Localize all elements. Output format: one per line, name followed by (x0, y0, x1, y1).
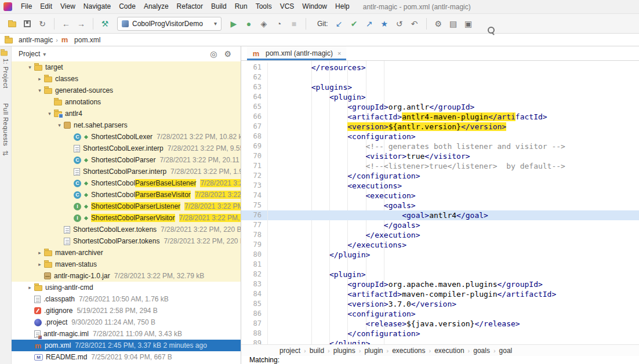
tree-row[interactable]: mpom.xml7/28/2021 2:45 PM, 3.37 kB 2 min… (12, 340, 241, 351)
open-project-icon[interactable] (5, 17, 20, 31)
chevron-down-icon[interactable]: ▾ (26, 64, 34, 70)
back-icon[interactable]: ← (59, 17, 74, 31)
menu-vcs[interactable]: VCS (276, 0, 299, 13)
tree-row[interactable]: ▸maven-archiver (12, 247, 241, 259)
build-project-icon[interactable]: ⚒ (97, 17, 112, 31)
menu-tools[interactable]: Tools (252, 0, 276, 13)
chevron-right-icon[interactable]: ▸ (26, 285, 34, 290)
code-line[interactable]: 83 <groupId>org.apache.maven.plugins</gr… (241, 279, 639, 289)
tree-row[interactable]: CShortestCobolLexer7/28/2021 3:22 PM, 10… (12, 131, 241, 143)
code-line[interactable]: 73 <executions> (241, 181, 639, 191)
code-line[interactable]: 81 (241, 260, 639, 270)
menu-refactor[interactable]: Refactor (173, 0, 207, 13)
close-icon[interactable]: × (337, 50, 341, 57)
chevron-down-icon[interactable]: ▾ (55, 122, 64, 128)
code-line[interactable]: 86 <configuration> (241, 309, 639, 319)
settings-gear-icon[interactable]: ⚙ (224, 49, 231, 59)
tree-row[interactable]: annotations (12, 96, 241, 108)
code-line[interactable]: 67 <version>${antlr.version}</version> (241, 122, 639, 132)
history-icon[interactable]: ↺ (392, 17, 407, 31)
menu-build[interactable]: Build (207, 0, 231, 13)
tree-row[interactable]: ShortestCobolLexer.tokens7/28/2021 3:22 … (12, 224, 241, 235)
search-everywhere-icon[interactable] (476, 17, 491, 31)
breadcrumb-item[interactable]: plugins (333, 347, 355, 355)
forward-icon[interactable]: → (74, 17, 89, 31)
run-config-select[interactable]: CobolProgVisitorDemo▾ (117, 17, 222, 31)
tree-row[interactable]: ▾net.sahet.parsers (12, 119, 241, 131)
git-update-icon[interactable]: ↙ (332, 17, 347, 31)
breadcrumb-item[interactable]: execution (434, 347, 464, 355)
tree-row[interactable]: ShortestCobolParser.tokens7/28/2021 3:22… (12, 235, 241, 247)
tab-pom-xml[interactable]: m pom.xml (antlr-magic) × (247, 46, 346, 60)
breadcrumb-item[interactable]: plugin (364, 347, 383, 355)
code-line[interactable]: 80 </plugin> (241, 250, 639, 260)
chevron-right-icon[interactable]: ▸ (35, 261, 44, 267)
tree-row[interactable]: CShortestCobolParserBaseVisitor7/28/2021… (12, 189, 241, 201)
tree-row[interactable]: ▸using-antlr-cmd (12, 282, 241, 293)
chevron-down-icon[interactable]: ▾ (45, 111, 54, 117)
tree-row[interactable]: MREADME.md7/25/2021 9:04 PM, 667 B (12, 351, 241, 363)
code-line[interactable]: 66 <artifactId>antlr4-maven-plugin</arti… (241, 112, 639, 122)
run-with-coverage-icon[interactable]: ◈ (256, 17, 271, 31)
code-line[interactable]: 71 <!--<listener>true</listener> by defa… (241, 161, 639, 171)
menu-help[interactable]: Help (331, 0, 354, 13)
code-line[interactable]: 74 <execution> (241, 191, 639, 201)
locate-file-icon[interactable]: ◎ (210, 49, 217, 59)
code-line[interactable]: 68 <configuration> (241, 132, 639, 141)
tree-row[interactable]: .classpath7/26/2021 10:50 AM, 1.76 kB (12, 293, 241, 305)
chevron-right-icon[interactable]: ▸ (35, 250, 44, 256)
tree-row[interactable]: ShortestCobolLexer.interp7/28/2021 3:22 … (12, 143, 241, 154)
code-line[interactable]: 85 <version>3.7.0</version> (241, 299, 639, 309)
run-icon[interactable]: ▶ (226, 17, 241, 31)
restore-layout-icon[interactable]: ▣ (461, 17, 476, 31)
code-line[interactable]: 62 (241, 72, 639, 82)
tree-row[interactable]: CShortestCobolParser7/28/2021 3:22 PM, 2… (12, 154, 241, 166)
git-merge-icon[interactable]: ★ (377, 17, 392, 31)
tree-row[interactable]: ▾generated-sources (12, 85, 241, 96)
code-line[interactable]: 70 <visitor>true</visitor> (241, 151, 639, 161)
code-line[interactable]: 76 <goal>antlr4</goal> (241, 210, 639, 220)
code-line[interactable]: 75 <goals> (241, 201, 639, 210)
tree-row[interactable]: CShortestCobolParserBaseListener7/28/202… (12, 177, 241, 189)
debug-icon[interactable]: ● (241, 17, 256, 31)
menu-view[interactable]: View (56, 0, 79, 13)
breadcrumb-item[interactable]: project (279, 347, 300, 355)
tree-row[interactable]: IShortestCobolParserVisitor7/28/2021 3:2… (12, 212, 241, 224)
tree-row[interactable]: .gitignore5/19/2021 2:58 PM, 294 B (12, 305, 241, 316)
code-line[interactable]: 82 <plugin> (241, 270, 639, 279)
tree-row[interactable]: .project9/30/2020 11:24 AM, 750 B (12, 316, 241, 328)
git-commit-icon[interactable]: ✔ (347, 17, 362, 31)
breadcrumb-item[interactable]: goal (499, 347, 513, 355)
code-line[interactable]: 88 </configuration> (241, 329, 639, 338)
tree-row[interactable]: ▸maven-status (12, 259, 241, 270)
code-line[interactable]: 89 </plugin> (241, 338, 639, 344)
code-line[interactable]: 63 <plugins> (241, 82, 639, 92)
code-line[interactable]: 79 </executions> (241, 240, 639, 250)
tree-row[interactable]: ▸classes (12, 73, 241, 85)
navbar-crumb-file[interactable]: pom.xml (74, 36, 100, 44)
code-line[interactable]: 77 </goals> (241, 220, 639, 230)
tree-row[interactable]: antlr-magic-1.0.jar7/28/2021 3:22 PM, 32… (12, 270, 241, 282)
breadcrumb-item[interactable]: goals (473, 347, 490, 355)
chevron-down-icon[interactable]: ▾ (35, 88, 44, 93)
sync-icon[interactable]: ↻ (35, 17, 50, 31)
breadcrumb-item[interactable]: build (310, 347, 324, 355)
git-push-icon[interactable]: ↗ (362, 17, 377, 31)
tree-row[interactable]: antlr-magic.iml7/28/2021 11:09 AM, 3.43 … (12, 328, 241, 340)
code-line[interactable]: 64 <plugin> (241, 92, 639, 102)
code-line[interactable]: 65 <groupId>org.antlr</groupId> (241, 102, 639, 112)
menu-code[interactable]: Code (115, 0, 140, 13)
code-line[interactable]: 72 </configuration> (241, 171, 639, 181)
profiler-icon[interactable]: ◔ (271, 17, 286, 31)
navbar-crumb-module[interactable]: antlr-magic (19, 36, 53, 44)
tree-row[interactable]: ▾target (12, 61, 241, 73)
code-editor[interactable]: 61 </resources>6263 <plugins>64 <plugin>… (241, 61, 639, 344)
stop-icon[interactable]: ■ (286, 17, 302, 31)
structure-icon[interactable]: ▤ (446, 17, 461, 31)
stripe-pull-requests-button[interactable]: Pull Requests ⇄ (2, 103, 9, 156)
menu-edit[interactable]: Edit (36, 0, 56, 13)
chevron-right-icon[interactable]: ▸ (35, 76, 44, 82)
save-all-icon[interactable] (20, 17, 35, 31)
code-line[interactable]: 87 <release>${java.version}</release> (241, 319, 639, 329)
tree-row[interactable]: IShortestCobolParserListener7/28/2021 3:… (12, 201, 241, 212)
